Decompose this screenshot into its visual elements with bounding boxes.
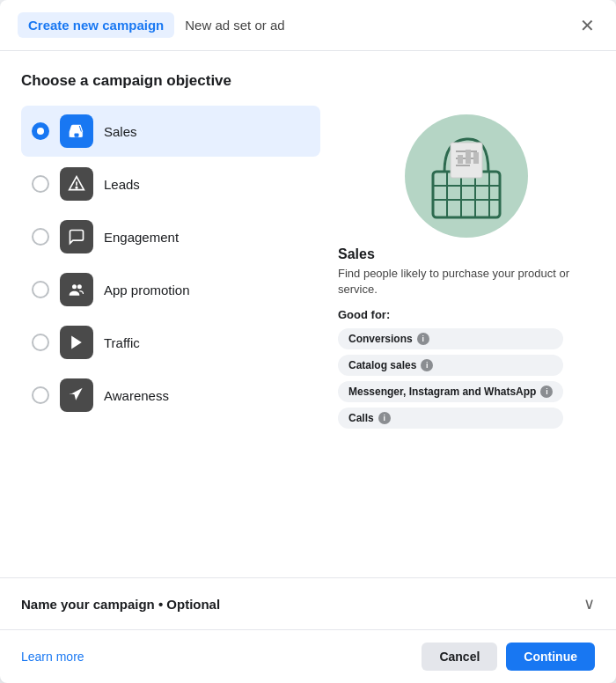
sales-illustration <box>396 106 537 246</box>
objective-sales[interactable]: Sales <box>21 106 320 157</box>
app-promotion-icon <box>60 273 93 306</box>
tab-new-ad-set[interactable]: New ad set or ad <box>174 12 295 38</box>
tab-create-campaign[interactable]: Create new campaign <box>18 12 174 38</box>
engagement-label: Engagement <box>104 230 179 245</box>
tags-list: Conversions i Catalog sales i Messenger,… <box>338 328 563 429</box>
tag-catalog-sales-label: Catalog sales <box>348 359 416 371</box>
modal-container: Create new campaign New ad set or ad ✕ C… <box>0 0 616 683</box>
objective-traffic[interactable]: Traffic <box>21 317 320 368</box>
close-button[interactable]: ✕ <box>576 13 598 38</box>
bottom-section: Name your campaign • Optional ∨ <box>0 577 616 629</box>
info-catalog-icon[interactable]: i <box>421 359 433 371</box>
info-messenger-icon[interactable]: i <box>540 386 553 398</box>
continue-button[interactable]: Continue <box>506 643 595 671</box>
app-promotion-label: App promotion <box>104 283 190 297</box>
svg-point-6 <box>77 284 82 289</box>
detail-panel: Sales Find people likely to purchase you… <box>338 106 595 429</box>
objectives-list: Sales Leads <box>21 106 320 429</box>
good-for-label: Good for: <box>338 308 390 321</box>
chevron-down-icon: ∨ <box>583 594 595 613</box>
objective-leads[interactable]: Leads <box>21 158 320 209</box>
svg-rect-20 <box>458 155 463 164</box>
traffic-icon <box>60 326 93 359</box>
footer-buttons: Cancel Continue <box>422 643 595 671</box>
tag-conversions-label: Conversions <box>348 333 413 345</box>
svg-rect-21 <box>466 150 471 164</box>
cancel-button[interactable]: Cancel <box>422 643 497 671</box>
learn-more-link[interactable]: Learn more <box>21 650 84 664</box>
radio-awareness <box>32 386 49 404</box>
svg-point-4 <box>76 187 77 188</box>
engagement-icon <box>60 220 93 253</box>
traffic-label: Traffic <box>104 335 140 350</box>
info-calls-icon[interactable]: i <box>378 412 391 424</box>
section-title: Choose a campaign objective <box>21 72 595 90</box>
tag-messenger: Messenger, Instagram and WhatsApp i <box>338 381 563 402</box>
tag-calls: Calls i <box>338 408 563 429</box>
content-area: Sales Leads <box>21 106 595 429</box>
tag-conversions: Conversions i <box>338 328 563 349</box>
radio-app-promotion <box>32 281 49 298</box>
modal-header: Create new campaign New ad set or ad ✕ <box>0 0 616 51</box>
detail-description: Find people likely to purchase your prod… <box>338 266 595 297</box>
sales-icon <box>60 114 93 148</box>
info-conversions-icon[interactable]: i <box>417 333 429 345</box>
svg-rect-22 <box>473 152 479 164</box>
tag-catalog-sales: Catalog sales i <box>338 355 563 376</box>
radio-sales <box>32 122 49 140</box>
radio-traffic <box>32 334 49 351</box>
detail-title: Sales <box>338 246 375 262</box>
leads-label: Leads <box>104 177 140 192</box>
leads-icon <box>60 167 93 201</box>
awareness-label: Awareness <box>104 388 169 403</box>
svg-marker-7 <box>71 336 82 349</box>
sales-label: Sales <box>104 124 137 139</box>
objective-app-promotion[interactable]: App promotion <box>21 264 320 315</box>
tag-calls-label: Calls <box>348 412 374 424</box>
svg-rect-1 <box>75 134 79 137</box>
campaign-name-label: Name your campaign • Optional <box>21 597 220 612</box>
awareness-icon <box>60 378 93 412</box>
svg-point-5 <box>72 284 77 289</box>
objective-engagement[interactable]: Engagement <box>21 211 320 262</box>
radio-leads <box>32 175 49 193</box>
radio-engagement <box>32 228 49 246</box>
campaign-name-row[interactable]: Name your campaign • Optional ∨ <box>0 578 616 629</box>
tag-messenger-label: Messenger, Instagram and WhatsApp <box>348 386 536 398</box>
modal-footer: Learn more Cancel Continue <box>0 629 616 683</box>
objective-awareness[interactable]: Awareness <box>21 370 320 421</box>
modal-body: Choose a campaign objective Sale <box>0 51 616 556</box>
